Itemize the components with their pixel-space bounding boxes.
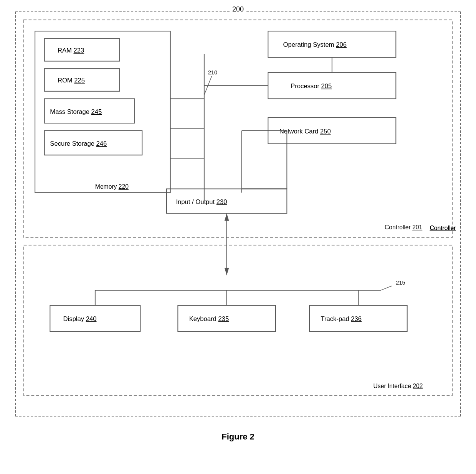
controller-box — [24, 20, 452, 238]
mass-storage-label: Mass Storage 245 — [50, 108, 102, 115]
io-label: Input / Output 230 — [176, 198, 227, 206]
secure-storage-label: Secure Storage 246 — [50, 140, 107, 147]
bus-label-210: 210 — [208, 69, 217, 76]
outer-label: 200 — [230, 5, 246, 13]
processor-box — [268, 72, 396, 99]
up-arrowhead — [225, 213, 229, 221]
trackpad-label: Track-pad 236 — [321, 315, 362, 323]
rom-label: ROM 225 — [58, 77, 85, 84]
keyboard-label: Keyboard 235 — [189, 315, 229, 323]
figure-caption: Figure 2 — [221, 432, 255, 442]
controller-label-ref: Controller 201 — [430, 225, 456, 231]
memory-label: Memory 220 — [95, 183, 129, 190]
ui-label: User Interface 202 — [374, 383, 423, 389]
peripheral-label: 215 — [396, 280, 405, 286]
display-label: Display 240 — [63, 315, 97, 323]
ram-label: RAM 223 — [58, 47, 84, 54]
os-label: Operating System 206 — [283, 41, 347, 48]
down-arrowhead — [225, 268, 229, 275]
diagram-svg: Controller Controller 201 Memory 220 RAM… — [20, 16, 456, 410]
peripheral-label-line — [381, 286, 392, 290]
processor-label: Processor 205 — [291, 82, 332, 90]
outer-container: 200 Controller Controller 201 Memory 220… — [15, 12, 461, 416]
controller-label-text: Controller 201 — [385, 224, 422, 230]
